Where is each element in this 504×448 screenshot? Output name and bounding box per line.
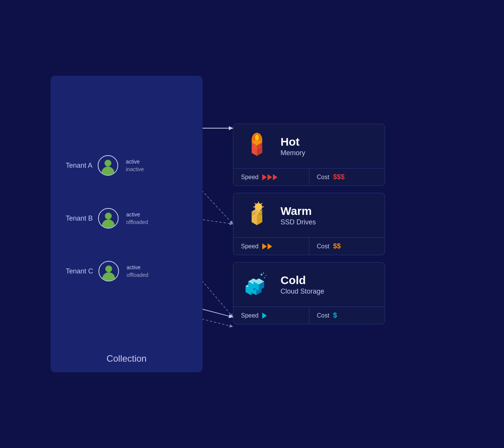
- tier-warm-speed: Speed: [233, 238, 309, 255]
- tier-warm-title: Warm: [281, 205, 316, 218]
- cost-label-warm: Cost: [317, 243, 330, 250]
- tier-card-warm: Warm SSD Drives Speed Cost $$: [233, 193, 385, 255]
- diagram-container: Tenant A active inactive Tenant B: [51, 72, 453, 376]
- svg-point-32: [263, 273, 264, 274]
- tenant-b-line2: offloaded: [126, 219, 148, 225]
- collection-label: Collection: [51, 353, 203, 364]
- speed-label-cold: Speed: [241, 312, 258, 319]
- tier-warm-subtitle: SSD Drives: [281, 218, 316, 226]
- tier-card-cold: Cold Cloud Storage Speed Cost $: [233, 262, 385, 324]
- tier-hot-title: Hot: [281, 135, 305, 148]
- hot-icon: [242, 131, 273, 161]
- tenant-row-c: Tenant C active offloaded: [66, 261, 148, 281]
- svg-point-31: [264, 277, 265, 278]
- tier-warm-title-block: Warm SSD Drives: [281, 205, 316, 226]
- tenant-c-label: Tenant C: [66, 267, 93, 275]
- cost-label-hot: Cost: [317, 174, 330, 181]
- tier-hot-footer: Speed Cost $$$: [233, 168, 385, 186]
- warm-icon: [242, 200, 273, 230]
- avatar-c: [98, 261, 119, 281]
- cost-value-cold: $: [333, 311, 337, 319]
- tiers-panel: Hot Memory Speed Cost $$$: [233, 124, 385, 324]
- collection-panel: Tenant A active inactive Tenant B: [51, 76, 203, 372]
- svg-line-21: [261, 203, 262, 204]
- tier-hot-subtitle: Memory: [281, 149, 305, 157]
- tier-hot-title-block: Hot Memory: [281, 135, 305, 157]
- speed-arrows-cold: [262, 313, 267, 319]
- cost-value-warm: $$: [333, 242, 341, 250]
- cold-icon: [242, 269, 273, 300]
- tenant-c-line1: active: [127, 264, 148, 270]
- tier-hot-cost: Cost $$$: [309, 168, 385, 186]
- avatar-b: [98, 208, 119, 229]
- avatar-a: [98, 155, 118, 176]
- speed-arrows-hot: [262, 174, 277, 180]
- tier-cold-header: Cold Cloud Storage: [233, 262, 385, 307]
- cost-label-cold: Cost: [317, 312, 330, 319]
- tenant-b-line1: active: [126, 211, 148, 218]
- tier-cold-speed: Speed: [233, 307, 309, 324]
- svg-line-23: [261, 210, 262, 211]
- tenant-row-b: Tenant B active offloaded: [66, 208, 148, 229]
- speed-label-warm: Speed: [241, 243, 258, 250]
- svg-line-20: [255, 203, 256, 204]
- tier-warm-footer: Speed Cost $$: [233, 237, 385, 255]
- tenant-row-a: Tenant A active inactive: [66, 155, 144, 176]
- tenant-a-label: Tenant A: [66, 162, 92, 170]
- tier-warm-cost: Cost $$: [309, 238, 385, 255]
- svg-point-30: [261, 274, 263, 276]
- speed-arrows-warm: [262, 243, 272, 249]
- tier-warm-header: Warm SSD Drives: [233, 193, 385, 237]
- tenant-b-label: Tenant B: [66, 214, 93, 222]
- speed-label-hot: Speed: [241, 174, 258, 181]
- tier-cold-subtitle: Cloud Storage: [281, 288, 324, 295]
- tier-cold-cost: Cost $: [309, 307, 385, 324]
- tier-card-hot: Hot Memory Speed Cost $$$: [233, 124, 385, 186]
- tenant-a-line2: inactive: [126, 166, 144, 172]
- tier-cold-footer: Speed Cost $: [233, 307, 385, 324]
- svg-point-33: [266, 275, 266, 276]
- tier-cold-title: Cold: [281, 274, 324, 287]
- tier-hot-header: Hot Memory: [233, 124, 385, 168]
- tier-cold-title-block: Cold Cloud Storage: [281, 274, 324, 295]
- cost-value-hot: $$$: [333, 173, 344, 181]
- tenant-c-line2: offloaded: [127, 272, 148, 278]
- tenant-a-line1: active: [126, 159, 144, 165]
- tier-hot-speed: Speed: [233, 168, 309, 186]
